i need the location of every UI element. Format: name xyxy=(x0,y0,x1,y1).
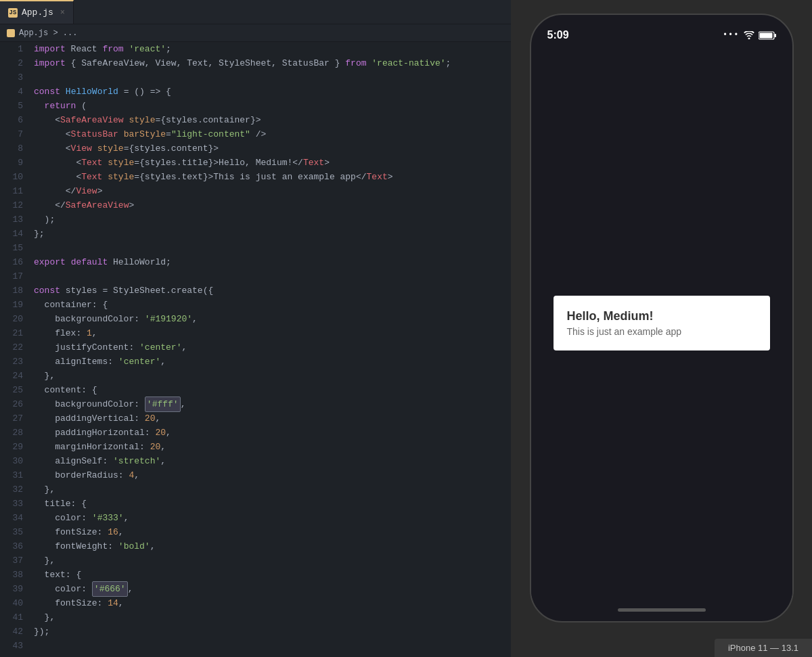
home-indicator xyxy=(531,598,792,621)
line-numbers: 1234567891011121314151617181920212223242… xyxy=(0,42,28,657)
tab-bar: JS App.js × xyxy=(0,0,511,24)
home-bar xyxy=(618,608,706,612)
app-card-text: This is just an example app xyxy=(567,326,757,337)
breadcrumb-text: App.js > ... xyxy=(19,28,77,38)
code-content[interactable]: import React from 'react';import { SafeA… xyxy=(28,42,511,657)
app-card-title: Hello, Medium! xyxy=(567,309,757,323)
status-icons: ••• xyxy=(723,30,776,40)
breadcrumb-bar: App.js > ... xyxy=(0,24,511,42)
editor-panel: JS App.js × App.js > ... 123456789101112… xyxy=(0,0,511,657)
code-area: 1234567891011121314151617181920212223242… xyxy=(0,42,511,657)
svg-rect-2 xyxy=(759,32,772,38)
tab-file-icon: JS xyxy=(8,8,18,18)
breadcrumb-file-icon xyxy=(7,29,15,37)
device-frame: 5:09 ••• Hello, Medium! This is just an … xyxy=(530,14,794,622)
app-card: Hello, Medium! This is just an example a… xyxy=(554,296,770,350)
status-bar: 5:09 ••• xyxy=(531,15,792,47)
tab-close-button[interactable]: × xyxy=(60,8,65,18)
tab-label: App.js xyxy=(22,7,53,18)
device-label: iPhone 11 — 13.1 xyxy=(715,639,812,657)
device-screen: Hello, Medium! This is just an example a… xyxy=(531,47,792,598)
simulator-panel: 5:09 ••• Hello, Medium! This is just an … xyxy=(511,0,812,657)
status-time: 5:09 xyxy=(547,29,569,41)
active-tab[interactable]: JS App.js × xyxy=(0,0,74,24)
svg-rect-1 xyxy=(774,34,776,37)
battery-icon xyxy=(759,31,776,40)
signal-dots-icon: ••• xyxy=(723,30,740,40)
wifi-icon xyxy=(744,31,754,39)
